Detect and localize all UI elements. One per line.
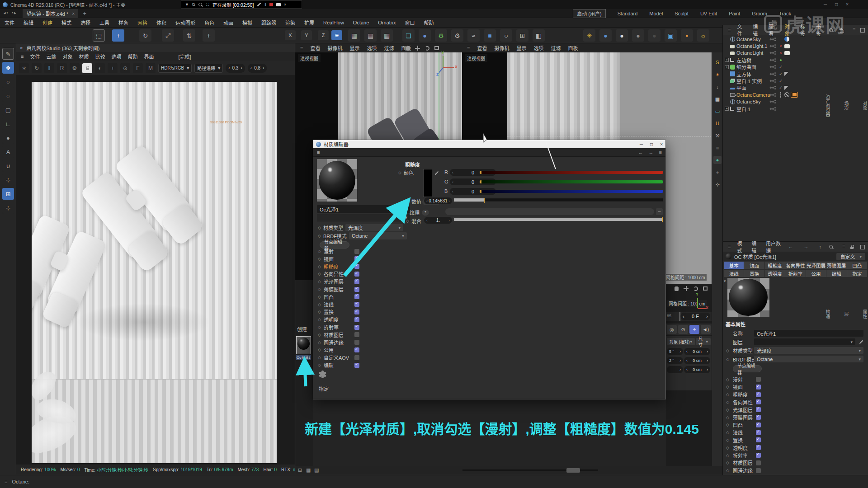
autokey-icon[interactable]: ⊙: [678, 325, 688, 334]
menu-选择[interactable]: 选择: [76, 19, 95, 26]
region-icon[interactable]: ⛶: [206, 2, 209, 7]
coord-rot-1[interactable]: 2 °›: [667, 357, 683, 364]
liquid-tool-icon[interactable]: ●: [419, 29, 431, 42]
camera-cube-tool-icon[interactable]: ◧: [533, 29, 545, 42]
dialog-channel-光泽图层[interactable]: ◇光泽图层: [318, 278, 359, 285]
vp2-menu-面板[interactable]: 面板: [565, 44, 581, 52]
z-axis-lock-icon[interactable]: Z: [318, 30, 329, 40]
untriangulate-tool-icon[interactable]: ∪: [2, 160, 14, 172]
object-row-细分曲面[interactable]: +细分曲面✓: [723, 64, 868, 70]
layout-tab-Sculpt[interactable]: Sculpt: [675, 11, 689, 16]
channel-checkbox-自定义AOV[interactable]: [354, 355, 359, 360]
attr-channel-镜面[interactable]: ◇镜面: [723, 383, 868, 391]
coord-rot-2[interactable]: ›: [667, 366, 683, 373]
dialog-channel-各向异性[interactable]: ◇各向异性: [318, 270, 359, 277]
live-selection-icon[interactable]: ○: [2, 76, 14, 88]
attr-checkbox-折射率[interactable]: [756, 453, 761, 458]
layout-tab-Paint[interactable]: Paint: [729, 11, 740, 16]
lv-menu-界面[interactable]: 界面: [141, 53, 156, 60]
menu-帮助[interactable]: 帮助: [419, 19, 438, 26]
vp2-menu-显示[interactable]: 显示: [513, 44, 529, 52]
timeline-handle[interactable]: [566, 468, 580, 473]
close-live-viewer-icon[interactable]: ×: [20, 45, 23, 51]
lv-menu-帮助[interactable]: 帮助: [125, 53, 140, 60]
lv-menu-云端[interactable]: 云端: [43, 53, 59, 60]
layout-tab-Standard[interactable]: Standard: [618, 11, 638, 16]
menu-编辑[interactable]: 编辑: [19, 19, 38, 26]
material-name-field[interactable]: Oc光泽1: [317, 205, 410, 213]
visibility-dots[interactable]: [774, 79, 776, 83]
undo-icon[interactable]: ↶: [4, 10, 8, 17]
dialog-brdf-dropdown[interactable]: Octane▾: [349, 232, 407, 239]
vp1-menu-显示[interactable]: 显示: [346, 44, 363, 52]
menu-icon[interactable]: ≡: [659, 150, 662, 155]
om-menu-文件[interactable]: 文件: [734, 23, 750, 37]
lv-menu-材质[interactable]: 材质: [76, 53, 91, 60]
visibility-dots[interactable]: [774, 72, 776, 76]
lv-settings-icon[interactable]: ⚙: [70, 63, 80, 73]
menu-模拟[interactable]: 模拟: [238, 19, 257, 26]
axis-center-icon[interactable]: ⊹: [2, 174, 14, 186]
qr-snap-icon[interactable]: ▦: [713, 95, 722, 103]
last-tool-icon[interactable]: ⇅: [183, 29, 195, 42]
spline-snap-icon[interactable]: S: [713, 58, 722, 66]
collapse-icon[interactable]: ▾: [724, 279, 726, 283]
channel-R-gradient-bar[interactable]: [480, 171, 663, 174]
detail-view-icon[interactable]: ▤: [314, 467, 319, 473]
channel-checkbox-圆滑边缘[interactable]: [354, 340, 359, 345]
attr-checkbox-各向异性[interactable]: [756, 399, 761, 404]
attr-checkbox-光泽图层[interactable]: [756, 407, 761, 412]
channel-checkbox-粗糙度[interactable]: [354, 264, 359, 269]
object-row-左边树[interactable]: +左边树●: [723, 56, 868, 63]
dialog-channel-材质图层[interactable]: ◇材质图层: [318, 331, 359, 338]
attr-tab-各向异性[interactable]: 各向异性: [785, 262, 805, 269]
tool-snap-icon[interactable]: ⚒: [713, 131, 722, 140]
minimize-button[interactable]: ─: [824, 2, 827, 7]
visibility-dots[interactable]: [774, 44, 776, 48]
om-side-tab-对象[interactable]: 对象: [861, 101, 868, 110]
object-state[interactable]: [778, 93, 783, 97]
sphere-primitive-icon[interactable]: ○: [500, 29, 512, 42]
attr-tab-粗糙度[interactable]: 粗糙度: [765, 262, 785, 269]
vp2-menu-选项[interactable]: 选项: [530, 44, 547, 52]
om-filter-icon[interactable]: [849, 28, 856, 33]
am-menu-编辑[interactable]: 编辑: [748, 239, 763, 254]
am-nav-0-icon[interactable]: ←: [785, 244, 797, 249]
dialog-channel-编辑[interactable]: ◇编辑: [318, 361, 359, 369]
maximize-button[interactable]: □: [835, 2, 838, 7]
am-nav-2-icon[interactable]: ↑: [816, 244, 825, 249]
dialog-channel-公用[interactable]: ◇公用: [318, 346, 359, 353]
attr-channel-各向异性[interactable]: ◇各向异性: [723, 398, 868, 406]
channel-checkbox-材质图层[interactable]: [354, 332, 359, 337]
color-swatch[interactable]: [423, 169, 432, 197]
am-side-tab-属性[interactable]: 属性: [861, 310, 868, 319]
expand-icon[interactable]: +: [725, 107, 729, 111]
sound-icon[interactable]: ◄): [701, 325, 711, 334]
magnet-snap-icon[interactable]: U: [713, 119, 722, 127]
mix-slider[interactable]: [453, 217, 663, 221]
menu-渲染[interactable]: 渲染: [281, 19, 300, 26]
menu-运动图形[interactable]: 运动图形: [171, 19, 200, 26]
object-row-立方体[interactable]: 立方体✓: [723, 70, 868, 77]
vertex-snap-icon[interactable]: ✶: [713, 70, 722, 79]
layer-icon[interactable]: [770, 59, 774, 61]
dialog-channel-粗糙度[interactable]: ◇粗糙度: [318, 263, 359, 270]
y-axis-lock-icon[interactable]: Y: [301, 30, 312, 40]
zoom-icon[interactable]: [683, 286, 689, 291]
vp1-menu-摄像机[interactable]: 摄像机: [324, 44, 345, 52]
mesh-tool-3-icon[interactable]: ▦: [381, 29, 393, 42]
back-icon[interactable]: ←: [638, 150, 643, 155]
menu-扩展[interactable]: 扩展: [300, 19, 319, 26]
vp2-menu-过滤[interactable]: 过滤: [547, 44, 564, 52]
object-state[interactable]: ×: [778, 44, 783, 48]
vp1-menu-过滤[interactable]: 过滤: [381, 44, 397, 52]
attr-checkbox-圆滑边缘[interactable]: [756, 468, 761, 473]
am-nav-1-icon[interactable]: →: [801, 244, 812, 249]
menu-动画[interactable]: 动画: [219, 19, 238, 26]
channel-checkbox-镜面[interactable]: [354, 256, 359, 261]
coord-mode-dropdown[interactable]: 对象 (相对)▾: [667, 338, 695, 345]
sphere-snap-icon[interactable]: ●: [713, 168, 722, 176]
dialog-channel-凹凸[interactable]: ◇凹凸: [318, 293, 359, 300]
lv-film-region-icon[interactable]: F: [133, 63, 143, 73]
preset-dropdown[interactable]: 自定义▾: [836, 253, 865, 260]
